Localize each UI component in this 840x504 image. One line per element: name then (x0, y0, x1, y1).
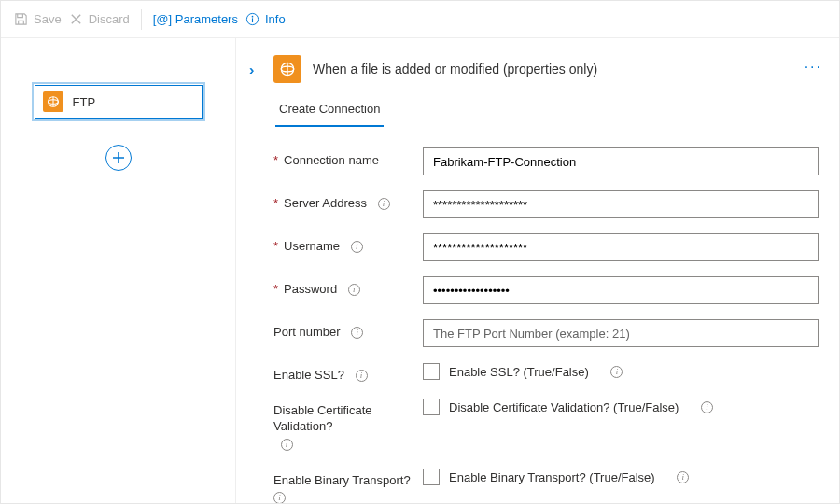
config-panel: ›› ··· When a file is added or modified … (236, 38, 839, 503)
label-binary-transport: Enable Binary Transport? (273, 473, 411, 488)
svg-point-1 (252, 16, 254, 18)
disable-cert-check-label: Disable Certificate Validation? (True/Fa… (449, 400, 679, 414)
required-marker: * (273, 282, 278, 297)
connection-name-input[interactable] (423, 147, 819, 175)
port-number-input[interactable] (423, 319, 819, 347)
info-icon[interactable]: i (701, 401, 713, 413)
label-disable-cert: Disable Certificate Validation? (273, 403, 423, 434)
label-server-address: Server Address (284, 196, 367, 211)
enable-ssl-check-label: Enable SSL? (True/False) (449, 365, 589, 379)
toolbar-save-label: Save (34, 12, 62, 26)
info-icon[interactable]: i (378, 198, 390, 210)
info-icon[interactable]: i (677, 471, 689, 483)
add-step-button[interactable] (105, 145, 132, 171)
server-address-input[interactable] (423, 190, 819, 218)
required-marker: * (273, 239, 278, 254)
disable-cert-checkbox[interactable] (423, 399, 440, 415)
ftp-icon (273, 55, 301, 83)
app-window: Save Discard [@] Parameters Info FTP (0, 0, 840, 504)
ftp-icon (43, 91, 63, 112)
label-connection-name: Connection name (284, 153, 379, 168)
label-port-number: Port number (273, 325, 341, 340)
svg-rect-2 (252, 18, 253, 22)
info-icon[interactable]: i (273, 492, 286, 503)
plus-icon (112, 151, 125, 164)
panel-more-button[interactable]: ··· (805, 59, 822, 76)
parameters-button[interactable]: [@] Parameters (153, 12, 238, 26)
trigger-node-ftp[interactable]: FTP (35, 85, 203, 119)
close-icon (69, 12, 83, 26)
info-icon[interactable]: i (351, 241, 363, 253)
discard-button: Discard (69, 12, 130, 26)
designer-canvas: FTP (1, 38, 236, 503)
info-icon (245, 12, 259, 26)
binary-transport-checkbox[interactable] (423, 469, 440, 485)
info-icon[interactable]: i (356, 370, 368, 382)
panel-tabbar: Create Connection (275, 94, 819, 127)
toolbar-parameters-label: [@] Parameters (153, 12, 238, 26)
toolbar: Save Discard [@] Parameters Info (1, 1, 839, 38)
username-input[interactable] (423, 233, 819, 261)
trigger-node-label: FTP (73, 95, 96, 109)
panel-title: When a file is added or modified (proper… (313, 62, 597, 77)
tab-create-connection[interactable]: Create Connection (275, 94, 384, 127)
save-button: Save (14, 12, 62, 26)
workspace: FTP ›› ··· When a file is added or modif… (1, 38, 839, 503)
label-username: Username (284, 239, 340, 254)
toolbar-discard-label: Discard (89, 12, 130, 26)
label-enable-ssl: Enable SSL? (273, 368, 344, 383)
save-icon (14, 12, 28, 26)
binary-transport-check-label: Enable Binary Transport? (True/False) (449, 470, 655, 484)
info-icon[interactable]: i (348, 284, 360, 296)
enable-ssl-checkbox[interactable] (423, 363, 440, 380)
info-icon[interactable]: i (351, 327, 363, 339)
info-icon[interactable]: i (281, 439, 293, 451)
password-input[interactable] (423, 276, 819, 304)
toolbar-separator (141, 9, 142, 30)
panel-header: When a file is added or modified (proper… (273, 55, 819, 83)
info-icon[interactable]: i (610, 366, 623, 378)
connection-form: *Connection name *Server Address i *User… (273, 147, 819, 503)
label-password: Password (284, 282, 337, 297)
info-button[interactable]: Info (245, 12, 286, 26)
required-marker: * (273, 153, 278, 168)
collapse-panel-button[interactable]: ›› (249, 63, 250, 77)
toolbar-info-label: Info (265, 12, 286, 26)
required-marker: * (273, 196, 278, 211)
